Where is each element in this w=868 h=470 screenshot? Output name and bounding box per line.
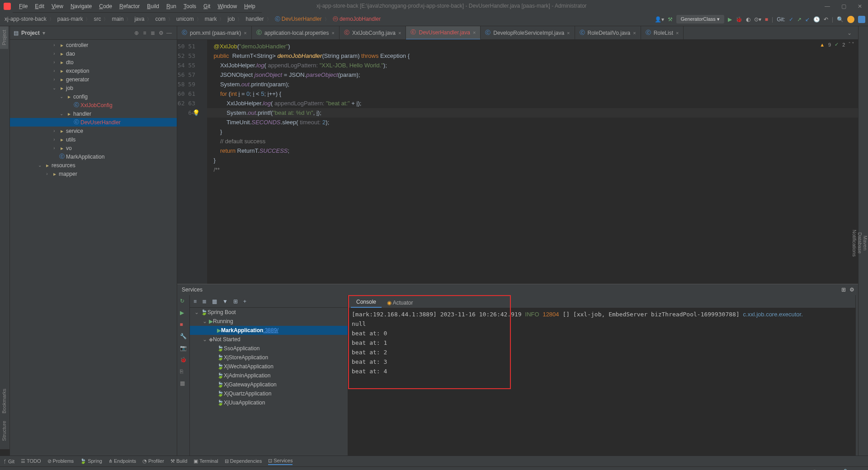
locate-icon[interactable]: ⊕	[132, 30, 141, 36]
settings-icon[interactable]: ⚙	[157, 30, 165, 36]
tree-item[interactable]: ⌄▸config	[10, 92, 177, 101]
debug-icon[interactable]: 🐞	[736, 16, 742, 23]
maven-tool-tab[interactable]: Maven	[863, 36, 868, 450]
menu-view[interactable]: View	[48, 3, 67, 9]
git-history-icon[interactable]: 🕓	[813, 16, 820, 23]
ide-icon[interactable]	[858, 16, 865, 23]
tree-item[interactable]: ⓒXxlJobConfig	[10, 101, 177, 109]
coverage-icon[interactable]: ◐	[746, 16, 750, 23]
services-tree[interactable]: ≡ ≣ ▦ ▼ ⊞ + ⌄🍃 Spring Boot⌄▶ Running▶ Ma…	[190, 295, 348, 456]
menu-help[interactable]: Help	[241, 3, 259, 9]
menu-edit[interactable]: Edit	[31, 3, 48, 9]
bottom-tab-problems[interactable]: ⊘ Problems	[47, 458, 74, 464]
menu-refactor[interactable]: Refactor	[116, 3, 143, 9]
close-tab-icon[interactable]: ×	[567, 30, 570, 36]
search-icon[interactable]: 🔍	[837, 16, 844, 23]
service-item[interactable]: ▶ MarkApplication :3889/	[190, 326, 348, 335]
breadcrumb-10[interactable]: ⓒ DevUserHandler	[273, 16, 331, 22]
breadcrumb-6[interactable]: unicom	[175, 16, 203, 22]
minimize-icon[interactable]: —	[819, 0, 835, 13]
service-item[interactable]: 🍃 XjStoreApplication	[190, 353, 348, 362]
bottom-tab-endpoints[interactable]: ⋔ Endpoints	[108, 458, 136, 464]
collapse-icon[interactable]: ≣	[149, 30, 157, 36]
menu-window[interactable]: Window	[214, 3, 241, 9]
exit-icon[interactable]: ⎘	[180, 368, 187, 376]
git-update-icon[interactable]: ✓	[789, 16, 793, 23]
run-config-dropdown[interactable]: GeneratorClass ▾	[676, 15, 724, 24]
editor-tab[interactable]: ⓒapplication-local.properties×	[252, 26, 340, 40]
git-rollback-icon[interactable]: ↶	[824, 16, 828, 23]
avatar-icon[interactable]	[847, 16, 854, 23]
services-layout-icon[interactable]: ⊞	[841, 287, 846, 293]
project-tree[interactable]: ›▸controller›▸dao›▸dto›▸exception›▸gener…	[10, 40, 177, 456]
close-tab-icon[interactable]: ×	[332, 30, 335, 36]
service-item[interactable]: 🍃 XjWechatApplication	[190, 362, 348, 371]
collapse-all-icon[interactable]: ≣	[202, 298, 207, 305]
service-item[interactable]: 🍃 SsoApplication	[190, 344, 348, 353]
tree-item[interactable]: ›▸controller	[10, 41, 177, 49]
tabs-dropdown-icon[interactable]: ⌄	[844, 30, 855, 36]
expand-all-icon[interactable]: ≡	[193, 298, 197, 305]
breadcrumb-2[interactable]: src	[92, 16, 110, 22]
editor-tab[interactable]: ⓒXxlJobConfig.java×	[340, 26, 406, 40]
inspection-widget[interactable]: ▲9 ✓2 ˆ ˅	[820, 42, 854, 47]
close-tab-icon[interactable]: ×	[676, 30, 679, 36]
menu-tools[interactable]: Tools	[180, 3, 200, 9]
menu-navigate[interactable]: Navigate	[67, 3, 95, 9]
breadcrumb-4[interactable]: java	[132, 16, 153, 22]
close-icon[interactable]: ✕	[852, 0, 868, 13]
hammer-icon[interactable]: ⚒	[668, 16, 673, 23]
run-icon[interactable]: ▶	[180, 310, 187, 317]
editor-tab[interactable]: ⓒDevUserHandler.java×	[406, 26, 481, 40]
git-push-icon[interactable]: ↙	[805, 16, 810, 23]
bottom-tool-stripe[interactable]: ᚶ Git☰ TODO⊘ Problems🍃 Spring⋔ Endpoints…	[0, 456, 868, 466]
tree-item[interactable]: ⓒDevUserHandler	[10, 118, 177, 127]
bottom-tab-profiler[interactable]: ◔ Profiler	[142, 458, 164, 464]
git-commit-icon[interactable]: ↗	[797, 16, 802, 23]
console-output[interactable]: [mark:192.168.44.1:3889] 2023-11-16 10:2…	[348, 308, 855, 456]
notifications-tool-tab[interactable]: Notifications	[852, 36, 857, 450]
breadcrumb-7[interactable]: mark	[203, 16, 226, 22]
project-tool-tab[interactable]: Project	[0, 26, 8, 49]
breadcrumb-8[interactable]: job	[226, 16, 244, 22]
bookmarks-tool-tab[interactable]: Bookmarks	[0, 385, 8, 417]
editor-tabs[interactable]: ⓒpom.xml (paas-mark)×ⓒapplication-local.…	[177, 26, 868, 40]
group-icon[interactable]: ⊞	[233, 298, 238, 305]
breadcrumb-3[interactable]: main	[110, 16, 132, 22]
close-tab-icon[interactable]: ×	[633, 30, 636, 36]
bottom-tab-services[interactable]: ⊡ Services	[268, 458, 292, 465]
breadcrumb-11[interactable]: ⓜ demoJobHandler	[331, 16, 386, 22]
stop-icon[interactable]: ■	[180, 321, 187, 329]
service-item[interactable]: ⌄🍃 Spring Boot	[190, 308, 348, 317]
fold-gutter[interactable]	[200, 40, 207, 284]
breadcrumb-1[interactable]: paas-mark	[56, 16, 92, 22]
tree-item[interactable]: ⌄▸job	[10, 84, 177, 92]
tree-item[interactable]: ›▸vo	[10, 144, 177, 152]
wrench-icon[interactable]: 🔧	[180, 333, 187, 340]
menu-file[interactable]: File	[15, 3, 31, 9]
structure-tool-tab[interactable]: Structure	[0, 417, 8, 445]
run-icon[interactable]: ▶	[728, 16, 732, 23]
tree-item[interactable]: ⓒMarkApplication	[10, 152, 177, 161]
menu-run[interactable]: Run	[163, 3, 180, 9]
expand-icon[interactable]: ≡	[141, 30, 149, 36]
bottom-tab-spring[interactable]: 🍃 Spring	[80, 458, 102, 464]
tree-item[interactable]: ›▸dto	[10, 58, 177, 66]
tree-item[interactable]: ⌄▸handler	[10, 109, 177, 118]
layout-icon[interactable]: ▦	[180, 380, 187, 387]
close-tab-icon[interactable]: ×	[398, 30, 401, 36]
service-item[interactable]: ⌄▶ Running	[190, 317, 348, 326]
database-tool-tab[interactable]: Database	[857, 36, 863, 450]
service-item[interactable]: ⌄◆ Not Started	[190, 335, 348, 344]
tree-item[interactable]: ›▸exception	[10, 66, 177, 75]
editor-tab[interactable]: ⓒRoleDetailVo.java×	[575, 26, 641, 40]
code-editor[interactable]: @XxlJob("demoJobHandler") public ReturnT…	[207, 40, 868, 284]
close-tab-icon[interactable]: ×	[473, 30, 476, 35]
bottom-tab-build[interactable]: ⚒ Build	[170, 458, 188, 464]
tree-item[interactable]: ›▸service	[10, 127, 177, 135]
menu-build[interactable]: Build	[143, 3, 163, 9]
bottom-tab-todo[interactable]: ☰ TODO	[21, 458, 41, 464]
filter-icon[interactable]: ▼	[222, 298, 228, 305]
tree-item[interactable]: ›▸generator	[10, 75, 177, 84]
stop-icon[interactable]: ■	[765, 16, 768, 23]
